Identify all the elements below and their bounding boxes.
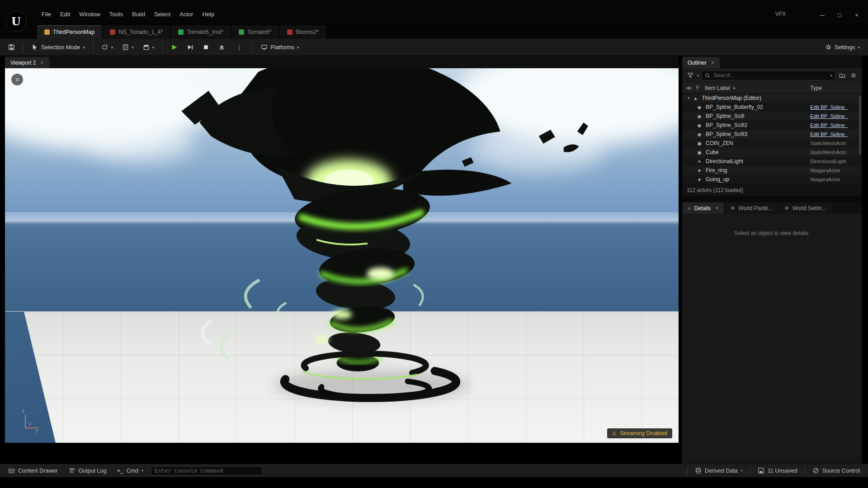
maximize-button[interactable]: □: [831, 9, 848, 21]
dock-divider[interactable]: [682, 196, 862, 202]
project-badge: VFX: [775, 11, 786, 17]
outliner-search-input[interactable]: [713, 72, 828, 79]
output-log-button[interactable]: Output Log: [65, 466, 110, 475]
content-drawer-icon: [8, 467, 15, 474]
actor-type: NiagaraActor: [810, 168, 859, 173]
outliner-scrollbar[interactable]: [859, 95, 861, 154]
play-options-button[interactable]: ⋮: [231, 42, 248, 53]
menu-actor[interactable]: Actor: [175, 9, 198, 19]
selection-mode-dropdown[interactable]: Selection Mode ▾: [28, 42, 89, 53]
tab-viewport-2[interactable]: Viewport 2 ×: [5, 57, 49, 68]
console-command-input[interactable]: [151, 466, 263, 475]
eject-icon: [218, 44, 225, 51]
gear-icon: [850, 72, 857, 79]
outliner-column-header[interactable]: Item Label ▲ Type: [682, 83, 862, 94]
outliner-row[interactable]: ▣COIN_ZENStaticMeshActo: [682, 139, 862, 148]
cinematics-button[interactable]: ▾: [139, 42, 158, 53]
menu-tools[interactable]: Tools: [105, 9, 127, 19]
outliner-search[interactable]: ▾: [701, 70, 835, 80]
tab-world-partiti-[interactable]: ⊕World Partiti...: [725, 202, 778, 214]
chevron-down-icon[interactable]: ▾: [697, 74, 699, 78]
skip-frame-button[interactable]: [183, 42, 197, 53]
eject-button[interactable]: [215, 42, 229, 53]
visibility-column-icon[interactable]: [685, 85, 693, 91]
close-icon[interactable]: ×: [711, 60, 714, 66]
asset-tab[interactable]: Tornato5_Inst*: [171, 25, 231, 39]
outliner-row[interactable]: ◉BP_Spline_Butterfly_02Edit BP_Spline_: [682, 103, 862, 112]
settings-label: Settings: [835, 44, 855, 51]
actor-label: BP_Spline_Scifi3: [706, 131, 810, 137]
hamburger-icon: ≡: [15, 76, 19, 83]
titlebar: FileEditWindowToolsBuildSelectActorHelp …: [0, 0, 868, 23]
outliner-row[interactable]: ★Fire_ringNiagaraActor: [682, 166, 862, 175]
edit-blueprint-link[interactable]: Edit BP_Spline_: [810, 113, 859, 119]
outliner-row[interactable]: ◉BP_Spline_Scifi3Edit BP_Spline_: [682, 130, 862, 139]
blueprints-button[interactable]: ▾: [118, 42, 137, 53]
filter-button[interactable]: [686, 71, 695, 80]
tab-outliner[interactable]: Outliner ×: [682, 57, 720, 68]
asset-tab[interactable]: NS_Tonado_1_4*: [103, 25, 170, 39]
pin-column-icon[interactable]: [693, 85, 701, 91]
cmd-prompt-icon: >_: [117, 468, 123, 474]
source-control-button[interactable]: Source Control: [809, 466, 863, 475]
column-type[interactable]: Type: [810, 85, 859, 91]
directional-light-icon: ☀: [696, 159, 703, 164]
asset-tab[interactable]: Tornato5*: [231, 25, 279, 39]
unsaved-button[interactable]: 11 Unsaved: [754, 466, 801, 475]
edit-blueprint-link[interactable]: Edit BP_Spline_: [810, 131, 859, 137]
blueprint-icon: [122, 44, 129, 51]
close-icon[interactable]: ×: [715, 205, 718, 211]
asset-tab[interactable]: ThirdPersonMap: [37, 25, 102, 39]
actor-type: DirectionalLight: [810, 159, 859, 164]
derived-data-button[interactable]: Derived Data ▾: [691, 466, 746, 475]
tab-details[interactable]: ≡Details×: [682, 202, 724, 214]
content-drawer-button[interactable]: Content Drawer: [5, 466, 61, 475]
outliner-row[interactable]: ▣CubeStaticMeshActo: [682, 148, 862, 157]
asset-tab[interactable]: Storms2*: [280, 25, 326, 39]
cmd-label: Cmd: [127, 468, 138, 474]
axis-y-label: y: [36, 428, 38, 433]
niagara-emitter-icon: [178, 29, 184, 35]
settings-dropdown[interactable]: Settings ▾: [821, 42, 863, 53]
platforms-dropdown[interactable]: Platforms ▾: [257, 42, 302, 53]
edit-blueprint-link[interactable]: Edit BP_Spline_: [810, 104, 859, 110]
cmd-dropdown[interactable]: >_ Cmd ▾: [113, 466, 147, 475]
menu-build[interactable]: Build: [127, 9, 150, 19]
outliner-row[interactable]: ◉BP_Spline_Scifi2Edit BP_Spline_: [682, 121, 862, 130]
close-button[interactable]: ×: [848, 9, 865, 21]
outliner-root-row[interactable]: ▾▲ThirdPersonMap (Editor): [682, 94, 862, 103]
minimize-button[interactable]: ─: [814, 9, 831, 21]
tab-world-settin-[interactable]: ⊕World Settin...: [779, 202, 831, 214]
column-item-label[interactable]: Item Label: [705, 85, 730, 91]
quick-add-button[interactable]: ▾: [98, 42, 117, 53]
unreal-logo[interactable]: U: [6, 11, 26, 32]
menu-help[interactable]: Help: [198, 9, 219, 19]
chevron-down-icon: ▾: [111, 45, 113, 50]
unreal-logo-glyph: U: [11, 15, 21, 28]
chevron-down-icon[interactable]: ▾: [830, 74, 832, 78]
menu-file[interactable]: File: [37, 9, 56, 19]
outliner-row[interactable]: ★Going_upNiagaraActor: [682, 175, 862, 184]
actor-type: StaticMeshActo: [810, 141, 859, 146]
expand-caret-icon[interactable]: ▾: [688, 96, 690, 100]
statusbar-right: Derived Data ▾ 11 Unsaved Source Control: [687, 466, 863, 475]
outliner-settings-button[interactable]: [849, 71, 858, 80]
tab-label: World Settin...: [793, 205, 826, 211]
edit-blueprint-link[interactable]: Edit BP_Spline_: [810, 122, 859, 128]
viewport-options-button[interactable]: ≡: [11, 74, 23, 85]
save-button[interactable]: [5, 42, 19, 53]
add-folder-button[interactable]: [838, 71, 847, 80]
outliner-row[interactable]: ◉BP_Spline_ScifiEdit BP_Spline_: [682, 112, 862, 121]
stop-button[interactable]: [199, 42, 213, 53]
close-icon[interactable]: ×: [40, 60, 43, 66]
menu-edit[interactable]: Edit: [56, 9, 75, 19]
viewport-3d-canvas[interactable]: ≡ z x y ⚠ Streaming Disabled: [5, 68, 679, 443]
outliner-row[interactable]: ☀DirectionalLightDirectionalLight: [682, 157, 862, 166]
platforms-label: Platforms: [270, 44, 294, 51]
content-drawer-label: Content Drawer: [18, 468, 58, 474]
play-button[interactable]: [167, 42, 181, 53]
chevron-down-icon: ▾: [152, 45, 155, 50]
menu-select[interactable]: Select: [150, 9, 175, 19]
menu-window[interactable]: Window: [75, 9, 104, 19]
actor-label: BP_Spline_Scifi: [706, 113, 810, 119]
